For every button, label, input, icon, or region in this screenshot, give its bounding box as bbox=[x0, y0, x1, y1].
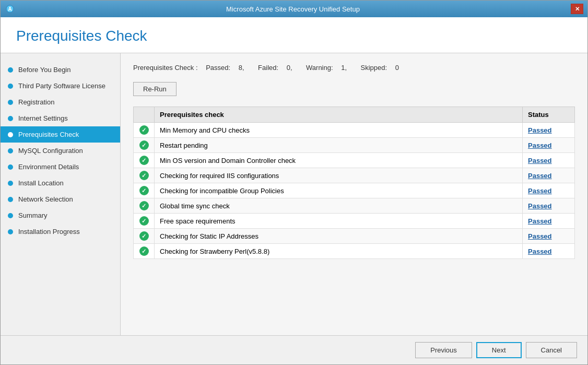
table-row: ✓Checking for Static IP AddressesPassed bbox=[134, 229, 575, 244]
row-status-cell[interactable]: Passed bbox=[523, 244, 575, 259]
sidebar-dot bbox=[8, 229, 13, 234]
row-icon-cell: ✓ bbox=[134, 244, 155, 259]
svg-text:A: A bbox=[8, 6, 11, 12]
row-status-cell[interactable]: Passed bbox=[523, 198, 575, 214]
main-content: Prerequisites Check : Passed: 8, Failed:… bbox=[121, 53, 587, 335]
status-passed-link[interactable]: Passed bbox=[528, 248, 552, 255]
sidebar-item-install-location[interactable]: Install Location bbox=[1, 175, 120, 191]
row-check-cell: Checking for incompatible Group Policies bbox=[155, 183, 523, 198]
check-passed-icon: ✓ bbox=[139, 216, 149, 226]
skipped-label: Skipped: bbox=[361, 64, 387, 72]
row-icon-cell: ✓ bbox=[134, 214, 155, 229]
status-passed-link[interactable]: Passed bbox=[528, 142, 552, 149]
cancel-button[interactable]: Cancel bbox=[526, 342, 577, 358]
sidebar-dot bbox=[8, 197, 13, 202]
check-passed-icon: ✓ bbox=[139, 171, 149, 180]
main-inner: Prerequisites Check : Passed: 8, Failed:… bbox=[121, 53, 587, 335]
sidebar-dot bbox=[8, 84, 13, 89]
col-status-header: Status bbox=[523, 107, 575, 123]
sidebar-item-label: Environment Details bbox=[18, 163, 79, 171]
sidebar-item-label: MySQL Configuration bbox=[18, 147, 83, 155]
warning-value: 1, bbox=[341, 64, 347, 72]
row-icon-cell: ✓ bbox=[134, 229, 155, 244]
sidebar-item-internet-settings[interactable]: Internet Settings bbox=[1, 110, 120, 126]
next-button[interactable]: Next bbox=[476, 342, 522, 358]
sidebar-dot bbox=[8, 67, 13, 73]
sidebar-dot bbox=[8, 116, 13, 121]
status-passed-link[interactable]: Passed bbox=[528, 172, 552, 180]
check-passed-icon: ✓ bbox=[139, 186, 149, 195]
row-status-cell[interactable]: Passed bbox=[523, 229, 575, 244]
sidebar-item-label: Installation Progress bbox=[18, 228, 80, 236]
sidebar-item-label: Install Location bbox=[18, 179, 64, 187]
row-status-cell[interactable]: Passed bbox=[523, 153, 575, 168]
table-row: ✓Min Memory and CPU checksPassed bbox=[134, 123, 575, 138]
failed-value: 0, bbox=[287, 64, 292, 72]
sidebar-item-installation-progress[interactable]: Installation Progress bbox=[1, 223, 120, 240]
sidebar-item-label: Internet Settings bbox=[18, 114, 68, 122]
table-row: ✓Checking for Strawberry Perl(v5.8.8)Pas… bbox=[134, 244, 575, 259]
row-status-cell[interactable]: Passed bbox=[523, 168, 575, 183]
table-row: ✓Checking for required IIS configuration… bbox=[134, 168, 575, 183]
sidebar-dot bbox=[8, 164, 13, 170]
status-passed-link[interactable]: Passed bbox=[528, 126, 552, 134]
check-passed-icon: ✓ bbox=[139, 140, 149, 150]
table-row: ✓Checking for incompatible Group Policie… bbox=[134, 183, 575, 198]
skipped-value: 0 bbox=[395, 64, 399, 72]
check-table: Prerequisites check Status ✓Min Memory a… bbox=[133, 107, 575, 259]
header-section: Prerequisites Check bbox=[1, 17, 587, 53]
sidebar-item-label: Network Selection bbox=[18, 195, 73, 203]
sidebar-item-mysql-configuration[interactable]: MySQL Configuration bbox=[1, 143, 120, 159]
content-area: Before You BeginThird Party Software Lic… bbox=[1, 53, 587, 335]
sidebar-dot bbox=[8, 213, 13, 218]
table-row: ✓Free space requirementsPassed bbox=[134, 214, 575, 229]
window-title: Microsoft Azure Site Recovery Unified Se… bbox=[15, 5, 571, 13]
row-status-cell[interactable]: Passed bbox=[523, 138, 575, 153]
warning-label: Warning: bbox=[306, 64, 333, 72]
status-passed-link[interactable]: Passed bbox=[528, 232, 552, 240]
footer-bar: Previous Next Cancel bbox=[1, 335, 587, 364]
row-icon-cell: ✓ bbox=[134, 123, 155, 138]
row-status-cell[interactable]: Passed bbox=[523, 123, 575, 138]
previous-button[interactable]: Previous bbox=[415, 342, 472, 358]
table-row: ✓Global time sync checkPassed bbox=[134, 198, 575, 214]
sidebar: Before You BeginThird Party Software Lic… bbox=[1, 53, 121, 335]
sidebar-item-label: Before You Begin bbox=[18, 66, 70, 74]
sidebar-item-third-party-software-license[interactable]: Third Party Software License bbox=[1, 78, 120, 94]
sidebar-item-prerequisites-check[interactable]: Prerequisites Check bbox=[1, 126, 120, 143]
col-check-header: Prerequisites check bbox=[155, 107, 523, 123]
sidebar-item-registration[interactable]: Registration bbox=[1, 94, 120, 110]
sidebar-item-label: Summary bbox=[18, 211, 48, 219]
row-check-cell: Checking for required IIS configurations bbox=[155, 168, 523, 183]
check-passed-icon: ✓ bbox=[139, 246, 149, 256]
summary-label: Prerequisites Check : bbox=[133, 64, 198, 72]
titlebar: A Microsoft Azure Site Recovery Unified … bbox=[1, 1, 587, 17]
status-passed-link[interactable]: Passed bbox=[528, 217, 552, 225]
check-passed-icon: ✓ bbox=[139, 201, 149, 210]
sidebar-item-summary[interactable]: Summary bbox=[1, 207, 120, 223]
titlebar-icon: A bbox=[5, 4, 15, 14]
col-icon-header bbox=[134, 107, 155, 123]
row-check-cell: Checking for Static IP Addresses bbox=[155, 229, 523, 244]
passed-value: 8, bbox=[239, 64, 244, 72]
table-row: ✓Restart pendingPassed bbox=[134, 138, 575, 153]
row-icon-cell: ✓ bbox=[134, 168, 155, 183]
sidebar-item-before-you-begin[interactable]: Before You Begin bbox=[1, 62, 120, 78]
status-passed-link[interactable]: Passed bbox=[528, 202, 552, 210]
row-icon-cell: ✓ bbox=[134, 198, 155, 214]
sidebar-item-network-selection[interactable]: Network Selection bbox=[1, 191, 120, 207]
row-check-cell: Min OS version and Domain Controller che… bbox=[155, 153, 523, 168]
check-passed-icon: ✓ bbox=[139, 231, 149, 241]
status-passed-link[interactable]: Passed bbox=[528, 157, 552, 164]
page-title: Prerequisites Check bbox=[16, 28, 572, 44]
sidebar-dot bbox=[8, 181, 13, 186]
rerun-button[interactable]: Re-Run bbox=[133, 82, 177, 96]
prereq-summary: Prerequisites Check : Passed: 8, Failed:… bbox=[133, 64, 575, 72]
status-passed-link[interactable]: Passed bbox=[528, 187, 552, 195]
sidebar-item-environment-details[interactable]: Environment Details bbox=[1, 159, 120, 175]
check-passed-icon: ✓ bbox=[139, 125, 149, 135]
close-button[interactable]: ✕ bbox=[571, 4, 583, 14]
row-check-cell: Global time sync check bbox=[155, 198, 523, 214]
row-status-cell[interactable]: Passed bbox=[523, 183, 575, 198]
row-status-cell[interactable]: Passed bbox=[523, 214, 575, 229]
